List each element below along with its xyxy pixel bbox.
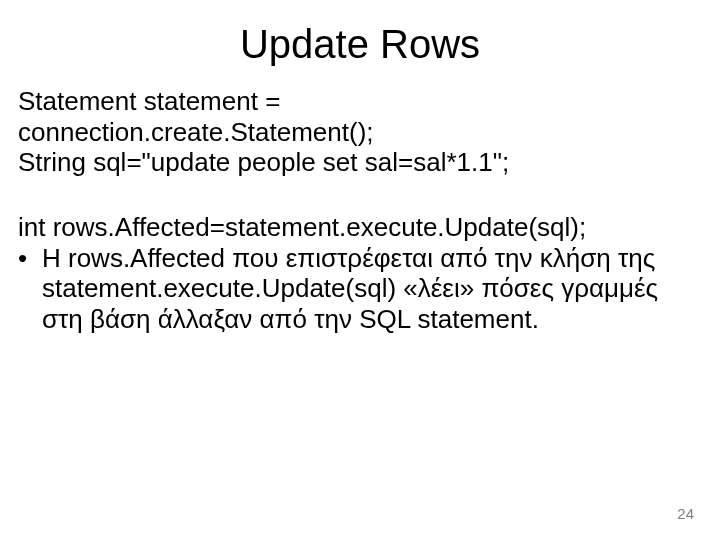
code-line-4: int rows.Affected=statement.execute.Upda…	[18, 212, 696, 243]
page-number: 24	[677, 505, 694, 522]
bullet-text: Η rows.Affected που επιστρέφεται από την…	[42, 243, 696, 335]
code-line-1: Statement statement =	[18, 86, 696, 117]
bullet-item: • Η rows.Affected που επιστρέφεται από τ…	[18, 243, 696, 335]
slide: Update Rows Statement statement = connec…	[0, 0, 720, 540]
spacer	[18, 178, 696, 212]
code-line-2: connection.create.Statement();	[18, 117, 696, 148]
slide-body: Statement statement = connection.create.…	[18, 86, 696, 335]
slide-title: Update Rows	[0, 22, 720, 67]
bullet-icon: •	[18, 243, 42, 335]
code-line-3: String sql="update people set sal=sal*1.…	[18, 147, 696, 178]
